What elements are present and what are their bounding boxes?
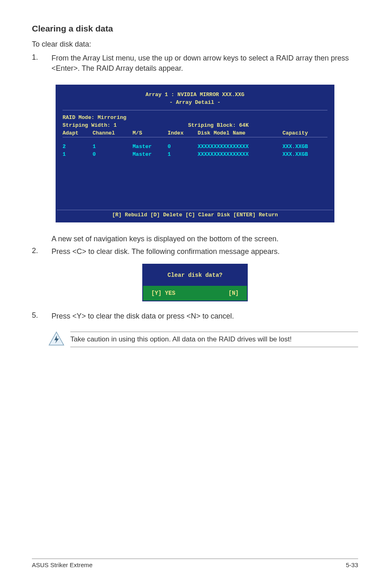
page-footer: ASUS Striker Extreme 5-33 xyxy=(32,559,358,568)
table-row: 2 1 Master 0 XXXXXXXXXXXXXXXX XXX.XXGB xyxy=(63,143,327,150)
cell-model: XXXXXXXXXXXXXXXX xyxy=(197,150,282,158)
step-1: 1. From the Array List menu, use the up … xyxy=(32,53,358,73)
step-number: 5. xyxy=(32,311,52,321)
col-ms: M/S xyxy=(132,129,168,137)
footer-right: 5-33 xyxy=(346,561,358,568)
col-channel: Channel xyxy=(92,129,132,137)
step-text: Press <Y> to clear the disk data or pres… xyxy=(52,311,234,321)
cell-ms: Master xyxy=(132,150,168,158)
cell-index: 0 xyxy=(168,143,197,150)
after-bios-text: A new set of navigation keys is displaye… xyxy=(52,234,278,244)
caution-callout: Take caution in using this option. All d… xyxy=(48,330,358,349)
step-text: Press <C> to clear disk. The following c… xyxy=(52,247,280,256)
dialog-yes-option: [Y] YES xyxy=(151,290,175,296)
divider xyxy=(63,110,327,110)
clear-disk-dialog: Clear disk data? [Y] YES [N] xyxy=(142,264,248,301)
bios-array-detail-panel: Array 1 : NVIDIA MIRROR XXX.XXG - Array … xyxy=(56,85,334,223)
spacer xyxy=(32,234,52,244)
col-model: Disk Model Name xyxy=(197,129,282,137)
divider xyxy=(70,347,358,347)
step-5: 5. Press <Y> to clear the disk data or p… xyxy=(32,311,358,321)
bios-stripe-width: Striping Width: 1 xyxy=(63,121,188,129)
col-capacity: Capacity xyxy=(282,129,327,137)
cell-adapt: 1 xyxy=(63,150,92,158)
divider xyxy=(70,332,358,332)
step-number: 1. xyxy=(32,53,52,73)
bios-raid-mode: RAID Mode: Mirroring xyxy=(63,114,327,121)
caution-text: Take caution in using this option. All d… xyxy=(70,334,358,345)
col-adapt: Adapt xyxy=(63,129,92,137)
bios-meta-table: RAID Mode: Mirroring Striping Width: 1 S… xyxy=(63,114,327,129)
cell-capacity: XXX.XXGB xyxy=(282,150,327,158)
cell-model: XXXXXXXXXXXXXXXX xyxy=(197,143,282,150)
bios-title-line2: - Array Detail - xyxy=(63,99,327,107)
bios-title-line1: Array 1 : NVIDIA MIRROR XXX.XXG xyxy=(63,91,327,99)
cell-channel: 1 xyxy=(92,143,132,150)
dialog-options: [Y] YES [N] xyxy=(143,286,247,301)
cell-index: 1 xyxy=(168,150,197,158)
step-2: 2. Press <C> to clear disk. The followin… xyxy=(32,247,358,256)
lightning-warning-icon xyxy=(48,331,65,348)
bios-footer-keys: [R] Rebuild [D] Delete [C] Clear Disk [E… xyxy=(57,210,333,221)
cell-capacity: XXX.XXGB xyxy=(282,143,327,150)
footer-left: ASUS Striker Extreme xyxy=(32,561,92,568)
cell-adapt: 2 xyxy=(63,143,92,150)
step-text: From the Array List menu, use the up or … xyxy=(52,53,358,73)
bios-title: Array 1 : NVIDIA MIRROR XXX.XXG - Array … xyxy=(63,90,327,108)
dialog-question: Clear disk data? xyxy=(143,265,247,286)
col-index: Index xyxy=(168,129,197,137)
section-heading: Clearing a disk data xyxy=(32,24,358,34)
cell-ms: Master xyxy=(132,143,168,150)
after-bios-text-row: A new set of navigation keys is displaye… xyxy=(32,234,358,244)
intro-text: To clear disk data: xyxy=(32,39,358,49)
cell-channel: 0 xyxy=(92,150,132,158)
step-number: 2. xyxy=(32,247,52,256)
bios-stripe-block: Striping Block: 64K xyxy=(188,121,327,129)
bios-disk-table: Adapt Channel M/S Index Disk Model Name … xyxy=(63,129,327,159)
dialog-no-option: [N] xyxy=(229,290,239,296)
table-row: 1 0 Master 1 XXXXXXXXXXXXXXXX XXX.XXGB xyxy=(63,150,327,158)
